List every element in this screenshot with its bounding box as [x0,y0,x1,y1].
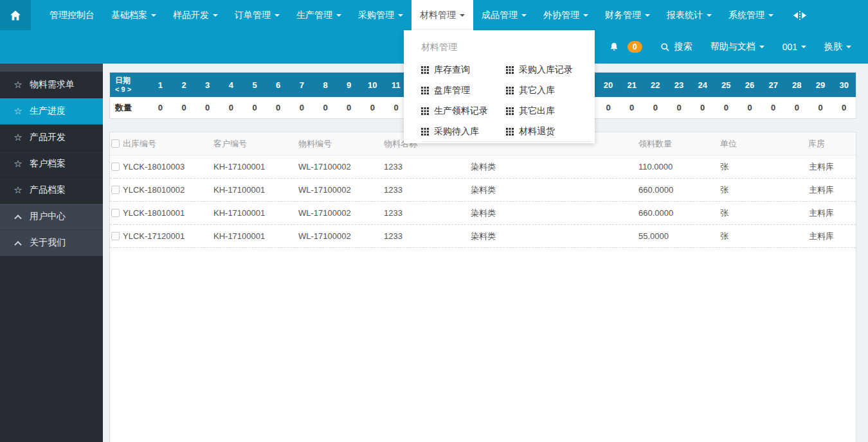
select-all-checkbox[interactable] [111,139,120,148]
nav-item-label: 样品开发 [173,10,209,21]
column-header-6: 单位 [720,138,808,150]
quantity-value: 0 [644,97,667,118]
dropdown-item-label: 材料退货 [519,126,555,137]
favorites-sidebar: 收藏菜单☆物料需求单☆生产进度☆产品开发☆客户档案☆产品档案用户中心关于我们 [0,64,103,442]
table-cell: 1233 [384,162,471,172]
day-header-8: 8 [314,73,338,97]
chevron-down-icon [707,14,712,19]
table-cell: KH-17100001 [213,231,298,241]
chevron-down-icon [846,46,851,51]
quantity-value: 0 [667,97,691,118]
chevron-down-icon [398,14,403,19]
sidebar-item-7[interactable]: 关于我们 [0,230,103,256]
dropdown-item-right-3[interactable]: 材料退货 [506,121,591,142]
month-pager: < 9 > [115,85,149,94]
chevron-down-icon [645,14,650,19]
dropdown-item-right-1[interactable]: 其它入库 [506,80,591,101]
table-cell: 主料库 [808,184,856,196]
divider-icon [799,11,800,20]
table-row-2[interactable]: YLCK-18010001KH-17100001WL-171000021233染… [110,202,856,225]
day-header-25: 25 [714,73,738,97]
day-header-10: 10 [361,73,384,97]
dropdown-item-label: 库存查询 [434,64,470,76]
nav-item-label: 成品管理 [482,10,518,21]
nav-item-8[interactable]: 外协管理 [535,0,597,30]
nav-item-9[interactable]: 财务管理 [597,0,658,30]
sidebar-item-4[interactable]: ☆客户档案 [0,151,103,177]
day-header-28: 28 [785,73,809,97]
table-cell: KH-17100001 [213,185,298,195]
pager-prev-button[interactable]: < [115,85,119,93]
quantity-value: 0 [597,97,620,118]
row-checkbox[interactable] [111,186,120,194]
table-row-0[interactable]: YLCK-18010003KH-17100001WL-171000021233染… [110,155,856,179]
nav-item-label: 管理控制台 [50,10,95,21]
dropdown-item-left-2[interactable]: 生产领料记录 [421,101,506,121]
table-row-3[interactable]: YLCK-17120001KH-17100001WL-171000021233染… [110,225,856,248]
nav-item-1[interactable]: 基础档案 [103,0,165,30]
skin-menu[interactable]: 换肤 [815,41,860,53]
chevron-up-icon [12,240,24,245]
nav-item-7[interactable]: 成品管理 [473,0,535,30]
pager-next-button[interactable]: > [127,85,131,93]
nav-item-5[interactable]: 采购管理 [350,0,411,30]
pager-current: 9 [122,85,125,93]
dropdown-item-label: 其它入库 [519,85,555,96]
row-checkbox-cell [110,186,123,194]
sidebar-item-3[interactable]: ☆产品开发 [0,125,103,151]
dropdown-item-left-3[interactable]: 采购待入库 [421,121,506,142]
sidebar-item-1[interactable]: ☆物料需求单 [0,72,103,98]
date-label-cell: 日期 < 9 > [110,73,149,97]
chevron-down-icon [275,14,280,19]
sidebar-item-label: 客户档案 [30,158,66,170]
help-docs-menu[interactable]: 帮助与文档 [701,41,773,53]
home-button[interactable] [0,0,31,30]
sidebar-item-0[interactable]: 收藏菜单 [0,64,103,72]
search-icon [660,42,670,52]
day-header-4: 4 [219,73,243,97]
nav-item-4[interactable]: 生产管理 [288,0,350,30]
search-button[interactable]: 搜索 [651,41,701,53]
dropdown-item-right-2[interactable]: 其它出库 [506,101,591,121]
dropdown-item-left-0[interactable]: 库存查询 [421,60,506,80]
chevron-down-icon [768,14,773,19]
notifications-button[interactable]: 0 [600,41,651,53]
nav-item-6[interactable]: 材料管理 [411,0,473,30]
dropdown-item-label: 生产领料记录 [434,105,488,117]
quantity-value: 0 [243,97,267,118]
table-cell: 张 [720,208,808,219]
row-checkbox[interactable] [111,209,120,217]
quantity-value: 0 [620,97,644,118]
nav-item-10[interactable]: 报表统计 [658,0,720,30]
nav-item-label: 外协管理 [543,10,579,21]
dropdown-item-right-0[interactable]: 采购入库记录 [506,60,591,80]
date-label: 日期 [115,76,149,85]
day-header-26: 26 [738,73,762,97]
sidebar-item-6[interactable]: 用户中心 [0,204,103,230]
nav-item-11[interactable]: 系统管理 [720,0,782,30]
table-cell: 主料库 [808,208,856,219]
chevron-down-icon [460,14,465,19]
nav-item-3[interactable]: 订单管理 [226,0,288,30]
material-issue-table: 出库编号客户编号物料编号物料名称领料数量单位库房 YLCK-18010003KH… [109,132,856,442]
nav-item-0[interactable]: 管理控制台 [41,0,103,30]
nav-item-label: 订单管理 [235,10,271,21]
row-checkbox[interactable] [111,232,120,240]
sidebar-item-2[interactable]: ☆生产进度 [0,98,103,125]
dropdown-item-left-1[interactable]: 盘库管理 [421,80,506,101]
sidebar-item-label: 生产进度 [30,105,66,117]
collapse-nav-icon[interactable] [782,0,818,30]
table-cell: 染料类 [471,231,638,242]
nav-item-2[interactable]: 样品开发 [165,0,226,30]
quantity-value: 0 [195,97,219,118]
user-menu[interactable]: 001 [773,42,815,52]
main-menu: 管理控制台基础档案样品开发订单管理生产管理采购管理材料管理成品管理外协管理财务管… [41,0,782,30]
sidebar-item-5[interactable]: ☆产品档案 [0,177,103,204]
quantity-value: 0 [761,97,785,118]
chevron-down-icon [801,46,806,51]
nav-item-label: 生产管理 [296,10,332,21]
table-row-1[interactable]: YLCK-18010002KH-17100001WL-171000021233染… [110,179,856,202]
row-checkbox[interactable] [111,163,120,171]
sidebar-item-label: 物料需求单 [30,79,75,91]
quantity-value: 0 [266,97,290,118]
